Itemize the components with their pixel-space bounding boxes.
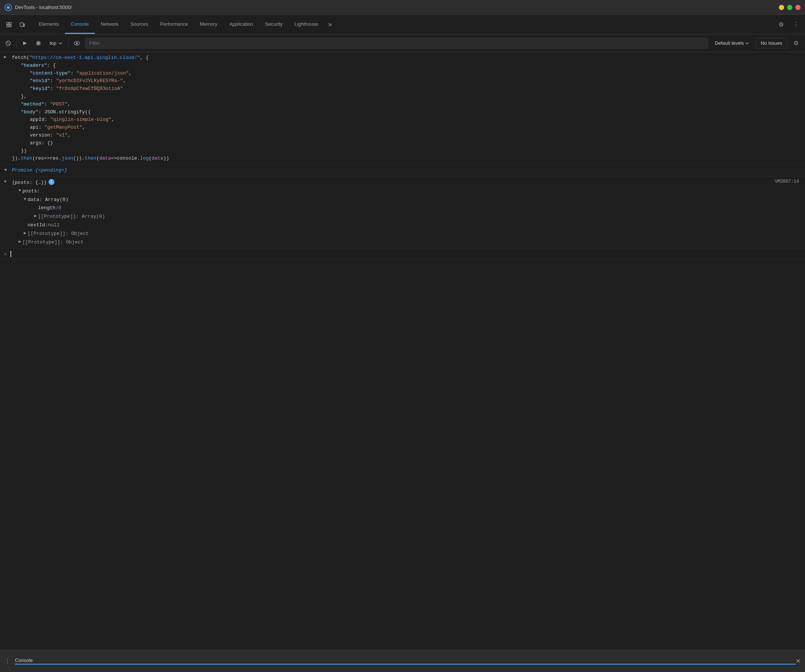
tab-sources[interactable]: Sources [125,15,154,34]
posts-node: posts: [12,187,759,196]
fetch-envid-line: "envid": "yorhcDIFv2VLKyKE5YRa-", [12,77,803,85]
run-snippet-button[interactable] [20,38,30,49]
output-body: {posts: {…}} i posts: data: Array(0) len… [10,178,760,247]
live-expressions-button[interactable] [72,38,82,49]
vm-ref[interactable]: VM3807:14 [760,178,805,184]
svg-rect-5 [9,25,11,27]
tab-security[interactable]: Security [259,15,288,34]
tab-console[interactable]: Console [65,15,95,34]
console-settings-button[interactable]: ⚙ [790,37,802,49]
context-selector[interactable]: top [47,39,65,48]
info-icon[interactable]: i [49,179,54,185]
svg-rect-6 [20,23,23,26]
toolbar-right: ⚙ [790,37,802,49]
tab-bar-right-icons: ⚙ ⋮ [775,19,802,31]
promise-arrow[interactable]: ◀ [0,166,10,172]
data-proto-toggle[interactable] [33,213,38,220]
data-toggle[interactable] [22,196,28,203]
console-toolbar: top Default levels No Issues ⚙ [0,34,805,52]
close-button[interactable] [795,5,800,10]
devtools-icon [5,4,12,11]
root-proto-toggle[interactable] [17,239,22,245]
svg-rect-2 [7,22,8,24]
data-proto-node: [[Prototype]]: Array(0) [12,213,759,221]
svg-rect-3 [9,22,11,24]
fetch-log-entry: ▶ fetch("https://cn-east-1.api.qinglin.c… [0,52,805,165]
tabs-container: Elements Console Network Sources Perform… [33,15,775,34]
posts-proto-node: [[Prototype]]: Object [12,230,759,238]
tab-lighthouse[interactable]: Lighthouse [288,15,324,34]
fetch-headers-close-line: }, [12,93,803,101]
output-arrow-toggle[interactable]: ▼ [0,178,10,184]
fetch-line-1: fetch("https://cn-east-1.api.qinglin.clo… [12,54,803,62]
clear-console-button[interactable] [3,38,13,49]
filter-input[interactable] [85,38,708,49]
fetch-body-close-line: }) [12,147,803,155]
stop-button[interactable] [33,38,44,49]
tab-memory[interactable]: Memory [194,15,223,34]
tab-bar: Elements Console Network Sources Perform… [0,15,805,34]
data-length-node: length: 0 [12,204,759,213]
svg-line-9 [7,42,10,45]
bottom-console-title: Console [15,657,796,665]
inspect-element-button[interactable] [3,19,15,31]
window-title: DevTools - localhost:5000/ [15,5,779,10]
settings-button[interactable]: ⚙ [775,19,787,31]
bottom-bar: ⋮ Console ✕ [0,650,805,672]
console-input-line[interactable]: › [0,249,805,259]
fetch-keyid-line: "keyid": "frDo9pCfewCfBQ93otisA" [12,85,803,93]
console-content[interactable]: ▶ fetch("https://cn-east-1.api.qinglin.c… [0,52,805,627]
input-caret: › [0,251,10,257]
tab-performance[interactable]: Performance [154,15,194,34]
tab-network[interactable]: Network [95,15,125,34]
root-proto-node: [[Prototype]]: Object [12,238,759,247]
posts-toggle[interactable] [17,188,22,194]
promise-text: Promise {<pending>} [12,167,67,173]
tab-elements[interactable]: Elements [33,15,65,34]
input-cursor [10,251,11,257]
bottom-close-button[interactable]: ✕ [796,657,800,665]
device-toggle-button[interactable] [16,19,28,31]
tab-overflow-button[interactable]: » [324,19,336,31]
fetch-entry-arrow[interactable]: ▶ [0,53,10,59]
no-issues-button[interactable]: No Issues [756,38,787,49]
svg-point-14 [76,42,78,44]
promise-log-entry: ◀ Promise {<pending>} [0,165,805,177]
more-options-button[interactable]: ⋮ [790,19,802,31]
output-root: {posts: {…}} i [12,179,759,187]
svg-rect-12 [37,42,39,44]
svg-marker-10 [23,41,27,45]
svg-point-1 [7,6,10,9]
fetch-close-line: }).then(res=>res.json()).then(data=>cons… [12,155,803,162]
default-levels-button[interactable]: Default levels [711,38,753,49]
output-log-entry: ▼ {posts: {…}} i posts: data: Array(0) [0,177,805,249]
minimize-button[interactable] [779,5,784,10]
fetch-method-line: "method": "POST", [12,101,803,108]
fetch-headers-line: "headers": { [12,62,803,70]
tab-bar-left-icons [3,19,28,31]
window-controls [779,5,800,10]
svg-rect-4 [7,25,8,27]
fetch-body-line: "body": JSON.stringify({ [12,108,803,116]
bottom-dots-button[interactable]: ⋮ [5,657,10,665]
tab-application[interactable]: Application [223,15,259,34]
fetch-appid-line: appId: "qinglin-simple-blog", [12,116,803,124]
maximize-button[interactable] [787,5,792,10]
posts-proto-toggle[interactable] [22,230,28,237]
title-bar: DevTools - localhost:5000/ [0,0,805,15]
toolbar-separator-2 [68,39,69,48]
fetch-args-line: args: {} [12,139,803,147]
posts-nextid-node: nextId: null [12,221,759,230]
fetch-api-line: api: "getManyPost", [12,124,803,132]
fetch-content-type-line: "content-type": "application/json", [12,70,803,77]
posts-data-node: data: Array(0) [12,196,759,204]
toolbar-separator-1 [16,39,17,48]
svg-rect-7 [23,24,25,26]
promise-body: Promise {<pending>} [10,166,805,175]
fetch-version-line: version: "v1", [12,132,803,139]
fetch-entry-body: fetch("https://cn-east-1.api.qinglin.clo… [10,53,805,163]
